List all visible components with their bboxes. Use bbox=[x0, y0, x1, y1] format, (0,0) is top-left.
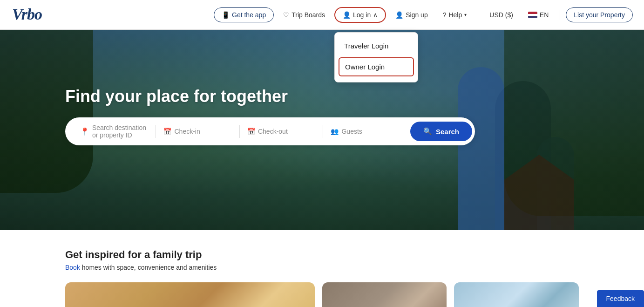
houses-image bbox=[65, 282, 315, 307]
traveler-login-item[interactable]: Traveler Login bbox=[335, 36, 418, 55]
image-grid bbox=[65, 282, 579, 307]
dog-image bbox=[322, 282, 447, 307]
help-circle-icon: ? bbox=[443, 11, 447, 19]
vrbo-logo[interactable]: Vrbo bbox=[11, 4, 53, 26]
heart-icon: ♡ bbox=[283, 11, 289, 19]
section-subtitle: Book homes with space, convenience and a… bbox=[65, 264, 579, 271]
guests-placeholder: Guests bbox=[341, 128, 362, 135]
houses-image-card[interactable] bbox=[65, 282, 315, 307]
search-button[interactable]: 🔍 Search bbox=[410, 122, 472, 141]
destination-field[interactable]: 📍 Search destination or property ID bbox=[73, 120, 156, 143]
destination-placeholder: Search destination or property ID bbox=[92, 124, 148, 139]
hero-title: Find your place for together bbox=[65, 87, 644, 106]
help-link[interactable]: ? Help ▾ bbox=[437, 7, 473, 22]
guests-field[interactable]: 👥 Guests bbox=[323, 124, 406, 139]
feedback-button[interactable]: Feedback bbox=[597, 290, 644, 307]
get-app-button[interactable]: 📱 Get the app bbox=[214, 7, 274, 22]
calendar-checkout-icon: 📅 bbox=[247, 128, 255, 135]
guests-icon: 👥 bbox=[331, 128, 339, 135]
login-wrapper: 👤 Log in ∧ Traveler Login Owner Login bbox=[334, 7, 386, 23]
subtitle-rest: homes with space, convenience and amenit… bbox=[80, 264, 217, 271]
sign-up-link[interactable]: 👤 Sign up bbox=[390, 7, 433, 22]
app-icon: 📱 bbox=[222, 11, 230, 19]
trip-boards-link[interactable]: ♡ Trip Boards bbox=[278, 7, 331, 22]
chevron-up-icon: ∧ bbox=[373, 11, 378, 19]
person-icon: 👤 bbox=[343, 11, 351, 19]
language-selector[interactable]: EN bbox=[522, 7, 554, 22]
subtitle-book: Book bbox=[65, 264, 80, 271]
calendar-icon: 📅 bbox=[163, 128, 171, 135]
search-icon: 🔍 bbox=[423, 127, 432, 136]
search-bar: 📍 Search destination or property ID 📅 Ch… bbox=[65, 117, 475, 145]
content-section: Get inspired for a family trip Book home… bbox=[0, 230, 644, 307]
list-property-button[interactable]: List your Property bbox=[566, 7, 633, 22]
checkout-placeholder: Check-out bbox=[258, 128, 288, 135]
beach-image-card[interactable] bbox=[454, 282, 579, 307]
header: Vrbo 📱 Get the app ♡ Trip Boards 👤 Log i… bbox=[0, 0, 644, 30]
help-chevron-icon: ▾ bbox=[464, 12, 467, 17]
checkin-placeholder: Check-in bbox=[174, 128, 200, 135]
beach-image bbox=[454, 282, 579, 307]
currency-selector[interactable]: USD ($) bbox=[484, 7, 519, 22]
person-outline-icon: 👤 bbox=[395, 11, 403, 19]
login-dropdown: Traveler Login Owner Login bbox=[334, 32, 418, 82]
owner-login-item[interactable]: Owner Login bbox=[339, 57, 414, 76]
svg-text:Vrbo: Vrbo bbox=[12, 6, 42, 22]
section-title: Get inspired for a family trip bbox=[65, 249, 579, 261]
us-flag-icon bbox=[528, 12, 537, 18]
nav-divider bbox=[478, 10, 478, 20]
nav-divider-2 bbox=[560, 10, 560, 20]
checkin-field[interactable]: 📅 Check-in bbox=[156, 124, 239, 139]
dog-image-card[interactable] bbox=[322, 282, 447, 307]
log-in-button[interactable]: 👤 Log in ∧ bbox=[334, 7, 386, 23]
hero-content: Find your place for together 📍 Search de… bbox=[0, 87, 644, 145]
location-pin-icon: 📍 bbox=[80, 127, 89, 136]
hero-section: Find your place for together 📍 Search de… bbox=[0, 30, 644, 230]
main-nav: 📱 Get the app ♡ Trip Boards 👤 Log in ∧ T… bbox=[214, 7, 633, 23]
checkout-field[interactable]: 📅 Check-out bbox=[240, 124, 323, 139]
